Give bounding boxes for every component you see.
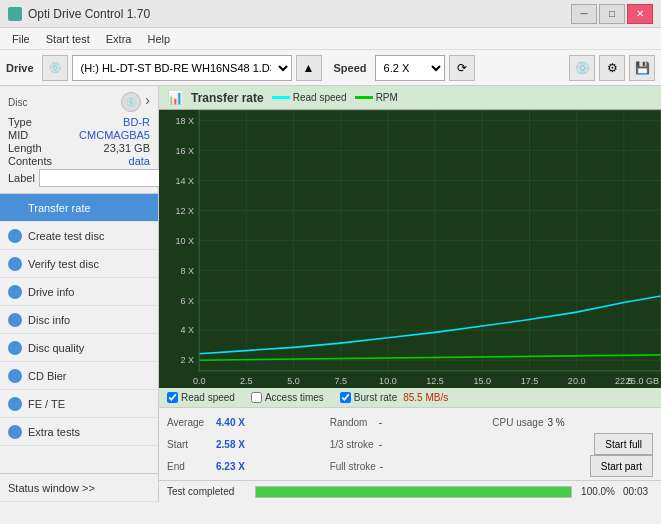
disc-type-row: Type BD-R	[8, 116, 150, 128]
titlebar-left: Opti Drive Control 1.70	[8, 7, 150, 21]
close-button[interactable]: ✕	[627, 4, 653, 24]
svg-text:7.5: 7.5	[334, 375, 347, 385]
disc-mid-label: MID	[8, 129, 28, 141]
stat-stroke13-label: 1/3 stroke	[330, 439, 375, 450]
burst-rate-checkbox[interactable]	[340, 392, 351, 403]
nav-verify-test-disc[interactable]: Verify test disc	[0, 250, 158, 278]
svg-rect-0	[159, 110, 661, 388]
stat-start-full-row: Start full	[492, 434, 653, 454]
menubar: File Start test Extra Help	[0, 28, 661, 50]
nav-cd-bier-label: CD Bier	[28, 370, 67, 382]
stat-average-label: Average	[167, 417, 212, 428]
svg-text:4 X: 4 X	[181, 325, 195, 335]
read-speed-checkbox-item: Read speed	[167, 392, 235, 403]
legend-cyan-color	[272, 96, 290, 99]
disc-length-label: Length	[8, 142, 42, 154]
svg-text:14 X: 14 X	[176, 176, 195, 186]
read-speed-checkbox-label[interactable]: Read speed	[181, 392, 235, 403]
titlebar: Opti Drive Control 1.70 ─ □ ✕	[0, 0, 661, 28]
disc-image-icon[interactable]: 💿	[121, 92, 141, 112]
disc-section: Disc 💿 › Type BD-R MID CMCMAGBA5 Length …	[0, 86, 158, 194]
disc-mid-value: CMCMAGBA5	[79, 129, 150, 141]
nav-extra-tests-label: Extra tests	[28, 426, 80, 438]
maximize-button[interactable]: □	[599, 4, 625, 24]
drive-select[interactable]: (H:) HL-DT-ST BD-RE WH16NS48 1.D3	[72, 55, 292, 81]
progress-time: 00:03	[623, 486, 653, 497]
app-title: Opti Drive Control 1.70	[28, 7, 150, 21]
stat-end-value: 6.23 X	[216, 461, 245, 472]
nav-disc-info-label: Disc info	[28, 314, 70, 326]
nav-fe-te-label: FE / TE	[28, 398, 65, 410]
stat-full-stroke-row: Full stroke -	[330, 456, 491, 476]
stat-average-row: Average 4.40 X	[167, 412, 328, 432]
chart-title: Transfer rate	[191, 91, 264, 105]
disc-header-label: Disc	[8, 97, 27, 108]
svg-text:12.5: 12.5	[426, 375, 444, 385]
legend-read-speed: Read speed	[272, 92, 347, 103]
access-times-checkbox-label[interactable]: Access times	[265, 392, 324, 403]
eject-button[interactable]: ▲	[296, 55, 322, 81]
nav-disc-info[interactable]: Disc info	[0, 306, 158, 334]
transfer-rate-icon	[8, 201, 22, 215]
progress-percent: 100.0%	[580, 486, 615, 497]
progress-fill	[256, 487, 571, 497]
minimize-button[interactable]: ─	[571, 4, 597, 24]
disc-button[interactable]: 💿	[569, 55, 595, 81]
burst-rate-value: 85.5 MB/s	[403, 392, 448, 403]
drive-icon-btn[interactable]: 💿	[42, 55, 68, 81]
disc-label-input[interactable]	[39, 169, 172, 187]
nav-extra-tests[interactable]: Extra tests	[0, 418, 158, 446]
speed-select[interactable]: 6.2 X	[375, 55, 445, 81]
svg-text:12 X: 12 X	[176, 205, 195, 215]
chart-controls: Read speed Access times Burst rate 85.5 …	[159, 388, 661, 407]
nav-drive-info[interactable]: Drive info	[0, 278, 158, 306]
refresh-button[interactable]: ⟳	[449, 55, 475, 81]
status-window-item[interactable]: Status window >>	[0, 474, 158, 502]
access-times-checkbox[interactable]	[251, 392, 262, 403]
drive-info-icon	[8, 285, 22, 299]
window-controls: ─ □ ✕	[571, 4, 653, 24]
disc-length-value: 23,31 GB	[104, 142, 150, 154]
legend-rpm: RPM	[355, 92, 398, 103]
nav-fe-te[interactable]: FE / TE	[0, 390, 158, 418]
nav-create-test-disc[interactable]: Create test disc	[0, 222, 158, 250]
create-test-disc-icon	[8, 229, 22, 243]
menu-help[interactable]: Help	[139, 31, 178, 47]
settings-button[interactable]: ⚙	[599, 55, 625, 81]
status-section: Status window >>	[0, 473, 158, 502]
save-button[interactable]: 💾	[629, 55, 655, 81]
nav-cd-bier[interactable]: CD Bier	[0, 362, 158, 390]
menu-start-test[interactable]: Start test	[38, 31, 98, 47]
svg-text:6 X: 6 X	[181, 295, 195, 305]
nav-drive-info-label: Drive info	[28, 286, 74, 298]
menu-extra[interactable]: Extra	[98, 31, 140, 47]
chart-area: 18 X 16 X 14 X 12 X 10 X 8 X 6 X 4 X 2 X…	[159, 110, 661, 388]
disc-contents-label: Contents	[8, 155, 52, 167]
svg-text:15.0: 15.0	[473, 375, 491, 385]
disc-quality-icon	[8, 341, 22, 355]
stat-stroke13-row: 1/3 stroke -	[330, 434, 491, 454]
read-speed-checkbox[interactable]	[167, 392, 178, 403]
drive-label: Drive	[6, 62, 34, 74]
start-part-button[interactable]: Start part	[590, 455, 653, 477]
disc-info-icon	[8, 313, 22, 327]
fe-te-icon	[8, 397, 22, 411]
svg-text:10.0: 10.0	[379, 375, 397, 385]
start-full-button[interactable]: Start full	[594, 433, 653, 455]
stats-section: Average 4.40 X Random - CPU usage 3 % St…	[159, 407, 661, 480]
svg-text:2.5: 2.5	[240, 375, 253, 385]
burst-rate-checkbox-label[interactable]: Burst rate	[354, 392, 397, 403]
chart-svg: 18 X 16 X 14 X 12 X 10 X 8 X 6 X 4 X 2 X…	[159, 110, 661, 388]
nav-disc-quality[interactable]: Disc quality	[0, 334, 158, 362]
extra-tests-icon	[8, 425, 22, 439]
menu-file[interactable]: File	[4, 31, 38, 47]
svg-text:0.0: 0.0	[193, 375, 206, 385]
progress-bar-container: Test completed 100.0% 00:03	[159, 480, 661, 502]
app-icon	[8, 7, 22, 21]
disc-contents-row: Contents data	[8, 155, 150, 167]
nav-transfer-rate[interactable]: Transfer rate	[0, 194, 158, 222]
stat-start-part-row: Start part	[492, 456, 653, 476]
stat-start-value: 2.58 X	[216, 439, 245, 450]
disc-arrow-icon[interactable]: ›	[145, 92, 150, 112]
status-window-label: Status window >>	[8, 482, 95, 494]
